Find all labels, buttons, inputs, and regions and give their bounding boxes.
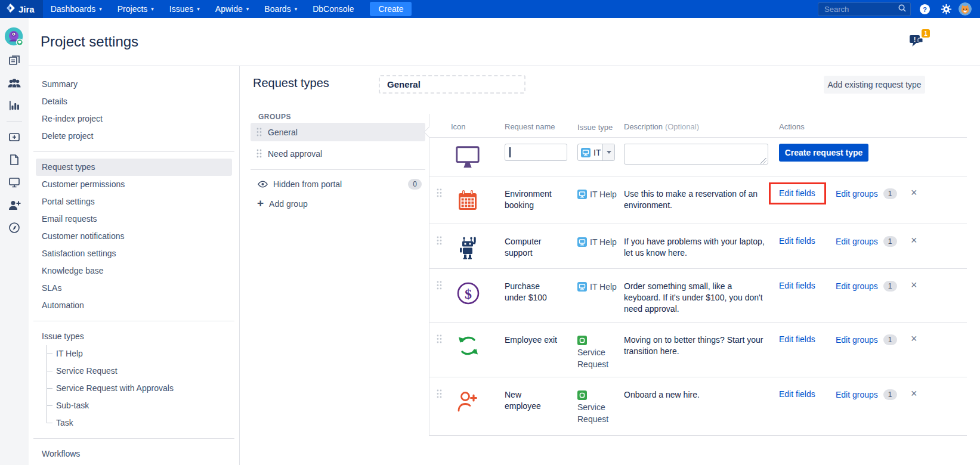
user-avatar[interactable] <box>959 2 972 16</box>
sidebar-item-customer-permissions[interactable]: Customer permissions <box>29 176 239 193</box>
edit-fields-link[interactable]: Edit fields <box>779 236 815 246</box>
nav-apwide[interactable]: Apwide▾ <box>208 0 256 18</box>
edit-fields-link[interactable]: Edit fields <box>779 389 815 399</box>
hidden-from-portal-item[interactable]: Hidden from portal 0 <box>251 177 425 191</box>
drag-handle-icon[interactable] <box>437 237 442 247</box>
table-row: New employee Service Request Onboard a n… <box>429 377 967 436</box>
close-icon[interactable]: × <box>911 333 917 345</box>
jira-logo[interactable]: Jira <box>0 0 43 18</box>
sidebar-item-it-help[interactable]: IT Help <box>29 345 239 362</box>
sidebar-item-satisfaction-settings[interactable]: Satisfaction settings <box>29 245 239 262</box>
dropdown-arrow-button[interactable] <box>602 144 614 160</box>
search-box[interactable] <box>818 2 911 16</box>
edit-fields-link[interactable]: Edit fields <box>779 281 815 290</box>
sidebar-item-workflows[interactable]: Workflows <box>29 445 239 463</box>
sidebar-item-task[interactable]: Task <box>29 414 239 432</box>
sidebar-item-portal-settings[interactable]: Portal settings <box>29 193 239 210</box>
description-textarea[interactable] <box>624 144 768 165</box>
customers-icon[interactable] <box>5 73 24 92</box>
request-description: Order something small, like a keyboard. … <box>624 281 779 322</box>
chevron-down-icon: ▾ <box>99 6 102 12</box>
nav-boards[interactable]: Boards▾ <box>256 0 305 18</box>
sidebar-item-summary[interactable]: Summary <box>29 76 239 93</box>
group-item-general[interactable]: General <box>251 123 425 141</box>
sidebar-item-automation[interactable]: Automation <box>29 297 239 314</box>
queues-icon[interactable] <box>5 51 24 70</box>
create-button[interactable]: Create <box>370 2 412 16</box>
request-name: New employee <box>505 389 577 435</box>
articles-icon[interactable] <box>5 150 24 169</box>
drag-handle-icon[interactable] <box>437 281 442 292</box>
nav-dashboards[interactable]: Dashboards▾ <box>43 0 110 18</box>
raise-request-icon[interactable] <box>5 128 24 147</box>
group-item-need-approval[interactable]: Need approval <box>251 144 425 163</box>
drag-handle-icon[interactable] <box>256 128 262 137</box>
close-icon[interactable]: × <box>911 234 917 247</box>
customer-portal-icon[interactable] <box>5 173 24 192</box>
sidebar-item-reindex-project[interactable]: Re-index project <box>29 110 239 128</box>
divider <box>33 438 234 439</box>
edit-groups-link[interactable]: Edit groups <box>836 281 878 291</box>
sidebar-item-service-request-with-approvals[interactable]: Service Request with Approvals <box>29 380 239 397</box>
groups-count-badge: 1 <box>883 389 897 400</box>
drag-handle-icon[interactable] <box>437 189 442 199</box>
sidebar-item-slas[interactable]: SLAs <box>29 280 239 297</box>
divider <box>33 321 234 321</box>
drag-handle-icon[interactable] <box>256 149 262 158</box>
edit-groups-link[interactable]: Edit groups <box>836 237 878 246</box>
content-title: Request types <box>253 76 329 90</box>
close-icon[interactable]: × <box>911 279 917 292</box>
close-icon[interactable]: × <box>911 187 917 199</box>
create-request-type-button[interactable]: Create request type <box>779 144 868 162</box>
sidebar-item-details[interactable]: Details <box>29 93 239 110</box>
edit-groups-link[interactable]: Edit groups <box>836 335 878 345</box>
table-header-row: Icon Request name Issue type Description… <box>429 114 967 138</box>
request-types-table: Icon Request name Issue type Description… <box>429 114 967 436</box>
nav-projects[interactable]: Projects▾ <box>110 0 162 18</box>
service-request-type-icon <box>577 336 587 345</box>
page: Project settings ! 1 Summary Details Re-… <box>29 18 980 465</box>
svg-text:$: $ <box>465 286 472 302</box>
service-request-type-icon <box>577 390 587 400</box>
request-name-input[interactable] <box>505 144 567 161</box>
issue-type-select[interactable]: IT Help <box>577 144 615 161</box>
close-icon[interactable]: × <box>911 388 917 400</box>
sidebar-item-email-requests[interactable]: Email requests <box>29 210 239 228</box>
project-avatar[interactable] <box>4 27 24 47</box>
nav-issues[interactable]: Issues▾ <box>162 0 208 18</box>
sidebar-item-delete-project[interactable]: Delete project <box>29 128 239 145</box>
search-input[interactable] <box>824 5 898 14</box>
sidebar-item-knowledge-base[interactable]: Knowledge base <box>29 262 239 280</box>
issue-type-cell: IT Help <box>577 281 624 322</box>
add-group-button[interactable]: + Add group <box>251 196 308 212</box>
compass-icon[interactable] <box>5 218 24 237</box>
plus-icon: + <box>257 197 264 210</box>
nav-dbconsole[interactable]: DbConsole <box>305 0 361 18</box>
edit-fields-link[interactable]: Edit fields <box>779 188 815 198</box>
notification-badge: 1 <box>922 29 930 38</box>
sidebar-item-request-types[interactable]: Request types <box>36 159 232 176</box>
help-icon[interactable]: ? <box>917 1 932 17</box>
group-name-field[interactable]: General <box>379 75 525 94</box>
issue-types-heading[interactable]: Issue types <box>29 328 239 345</box>
sidebar-item-customer-notifications[interactable]: Customer notifications <box>29 228 239 245</box>
column-header-issue-type: Issue type <box>577 123 613 132</box>
edit-groups-link[interactable]: Edit groups <box>836 189 878 199</box>
svg-text:!: ! <box>914 36 916 43</box>
table-row: Employee exit Service Request Moving on … <box>429 323 967 377</box>
sidebar-item-service-request[interactable]: Service Request <box>29 362 239 380</box>
edit-fields-link[interactable]: Edit fields <box>779 334 815 344</box>
sidebar-item-sub-task[interactable]: Sub-task <box>29 397 239 414</box>
edit-groups-link[interactable]: Edit groups <box>836 390 878 399</box>
request-name: Computer support <box>505 236 577 268</box>
reports-icon[interactable] <box>5 96 24 115</box>
monitor-request-icon[interactable] <box>451 162 481 172</box>
gear-icon[interactable] <box>938 1 954 17</box>
invite-team-icon[interactable] <box>5 196 24 215</box>
request-description: Moving on to better things? Start your t… <box>624 334 779 377</box>
add-existing-request-type-button[interactable]: Add existing request type <box>824 76 925 94</box>
drag-handle-icon[interactable] <box>437 390 442 400</box>
top-navbar: Jira Dashboards▾ Projects▾ Issues▾ Apwid… <box>0 0 980 18</box>
drag-handle-icon[interactable] <box>437 335 442 345</box>
feedback-bubble-icon[interactable]: ! 1 <box>908 33 926 49</box>
